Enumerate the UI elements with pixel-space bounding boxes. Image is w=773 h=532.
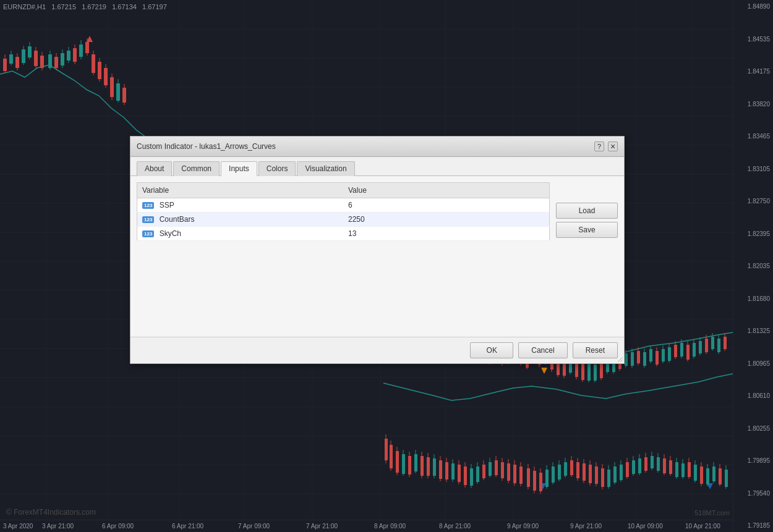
dialog-tabs: About Common Inputs Colors Visualization: [130, 157, 624, 176]
dialog-controls: ? ×: [594, 141, 618, 151]
inputs-table: Variable Value 123 SSP 6: [137, 182, 550, 241]
load-button[interactable]: Load: [556, 203, 618, 219]
dialog-footer: OK Cancel Reset: [130, 337, 624, 363]
tab-visualization[interactable]: Visualization: [297, 161, 354, 176]
dialog-title: Custom Indicator - lukas1_Arrows_Curves: [137, 142, 276, 151]
dialog-side: Load Save: [556, 182, 618, 241]
dialog-titlebar[interactable]: Custom Indicator - lukas1_Arrows_Curves …: [130, 137, 624, 157]
var-icon-2: 123: [142, 230, 154, 237]
col-variable: Variable: [137, 183, 344, 198]
ok-button[interactable]: OK: [470, 342, 513, 358]
reset-button[interactable]: Reset: [573, 342, 618, 358]
dialog-main: Variable Value 123 SSP 6: [137, 182, 550, 241]
svg-line-298: [618, 357, 623, 362]
var-icon-0: 123: [142, 202, 154, 209]
svg-line-299: [620, 360, 623, 362]
dialog-overlay: Custom Indicator - lukas1_Arrows_Curves …: [0, 0, 773, 532]
table-row[interactable]: 123 SSP 6: [137, 198, 550, 213]
row-value-2: 13: [343, 227, 550, 241]
tab-common[interactable]: Common: [173, 161, 220, 176]
tab-about[interactable]: About: [137, 161, 172, 176]
col-value: Value: [343, 183, 550, 198]
var-icon-1: 123: [142, 216, 154, 223]
table-row[interactable]: 123 SkyCh 13: [137, 227, 550, 241]
dialog: Custom Indicator - lukas1_Arrows_Curves …: [130, 136, 625, 364]
tab-colors[interactable]: Colors: [258, 161, 296, 176]
dialog-help-button[interactable]: ?: [594, 141, 604, 151]
dialog-content: Variable Value 123 SSP 6: [130, 176, 624, 337]
row-variable-1: 123 CountBars: [137, 213, 344, 227]
dialog-layout: Variable Value 123 SSP 6: [137, 182, 618, 241]
row-variable-2: 123 SkyCh: [137, 227, 344, 241]
dialog-close-button[interactable]: ×: [608, 141, 618, 151]
row-value-1: 2250: [343, 213, 550, 227]
row-value-0: 6: [343, 198, 550, 213]
table-row[interactable]: 123 CountBars 2250: [137, 213, 550, 227]
tab-inputs[interactable]: Inputs: [221, 161, 257, 176]
save-button[interactable]: Save: [556, 222, 618, 238]
resize-handle[interactable]: [617, 356, 624, 363]
row-variable-0: 123 SSP: [137, 198, 344, 213]
cancel-button[interactable]: Cancel: [518, 342, 567, 358]
